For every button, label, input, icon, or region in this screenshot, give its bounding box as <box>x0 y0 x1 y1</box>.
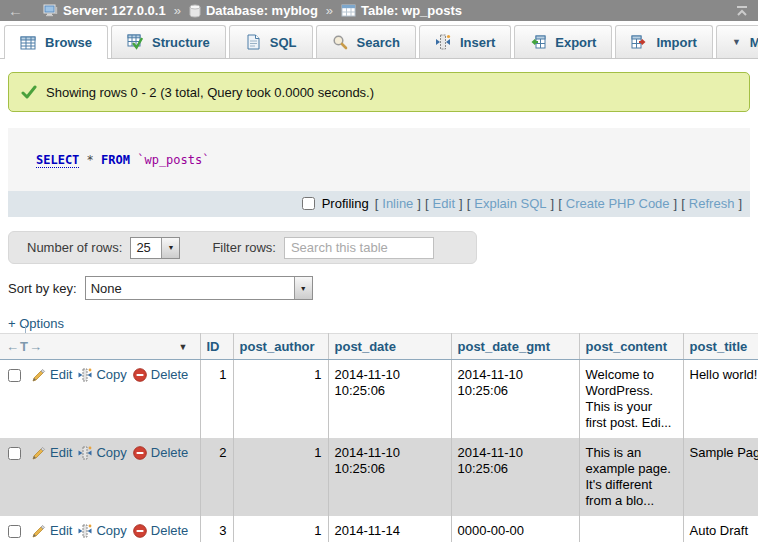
refresh-link[interactable]: Refresh <box>689 196 735 211</box>
cell-id[interactable]: 1 <box>200 360 233 439</box>
explain-sql-link[interactable]: Explain SQL <box>474 196 546 211</box>
cell-post-date[interactable]: 2014-11-10 10:25:06 <box>328 438 451 516</box>
bracket: ] <box>738 196 742 211</box>
cell-post-date[interactable]: 2014-11-10 10:25:06 <box>328 360 451 439</box>
cell-id[interactable]: 3 <box>200 516 233 542</box>
delete-link[interactable]: Delete <box>133 445 189 461</box>
tab-structure[interactable]: Structure <box>111 25 226 58</box>
edit-label: Edit <box>50 445 72 461</box>
row-actions-cell: Edit Copy Delete <box>0 438 200 516</box>
edit-link[interactable]: Edit <box>31 367 72 383</box>
row-select-checkbox[interactable] <box>8 447 21 460</box>
tab-bar: Browse Structure SQL Search Insert Expor… <box>0 21 758 59</box>
export-icon <box>530 34 546 50</box>
column-visibility-dropdown-icon[interactable]: ▼ <box>179 342 188 352</box>
edit-query-link[interactable]: Edit <box>433 196 455 211</box>
edit-link[interactable]: Edit <box>31 523 72 539</box>
bracket: [ <box>558 196 562 211</box>
results-grid: ←T→ ▼ ID post_author post_date post_date… <box>0 333 758 542</box>
breadcrumb-separator: » <box>174 3 181 18</box>
delete-link[interactable]: Delete <box>133 367 189 383</box>
number-of-rows-select[interactable]: 25 <box>131 238 179 258</box>
tab-label: Export <box>555 35 596 50</box>
cell-post-content[interactable]: Welcome to WordPress. This is your first… <box>579 360 683 439</box>
tab-sql[interactable]: SQL <box>229 25 313 58</box>
tee-icon[interactable]: T <box>20 339 29 354</box>
copy-link[interactable]: Copy <box>78 523 126 539</box>
column-header-actions: ←T→ ▼ <box>0 334 200 360</box>
bracket: [ <box>467 196 471 211</box>
back-icon[interactable]: ← <box>8 2 23 19</box>
options-toggle[interactable]: + Options <box>8 316 64 331</box>
right-arrow-icon[interactable]: → <box>29 339 43 354</box>
copy-label: Copy <box>96 445 126 461</box>
breadcrumb-table-label[interactable]: Table: wp_posts <box>361 3 462 18</box>
inline-link[interactable]: Inline <box>382 196 413 211</box>
breadcrumb: ← Server: 127.0.0.1 » Database: myblog »… <box>0 0 758 21</box>
create-php-code-link[interactable]: Create PHP Code <box>566 196 670 211</box>
cell-id[interactable]: 2 <box>200 438 233 516</box>
tab-export[interactable]: Export <box>514 25 612 58</box>
number-of-rows-select-wrap: 25 ▼ <box>130 237 180 259</box>
row-select-checkbox[interactable] <box>8 525 21 538</box>
sort-by-key-select[interactable]: None <box>86 277 312 299</box>
column-header-post-title[interactable]: post_title <box>683 334 758 360</box>
column-browse-widget[interactable]: ←T→ <box>6 339 43 354</box>
collapse-top-icon[interactable] <box>734 5 750 17</box>
profiling-label: Profiling <box>322 196 369 211</box>
row-actions-cell: Edit Copy Delete <box>0 516 200 542</box>
cell-post-title[interactable]: Auto Draft <box>683 516 758 542</box>
breadcrumb-database-label[interactable]: Database: myblog <box>206 3 318 18</box>
column-header-id[interactable]: ID <box>200 334 233 360</box>
left-arrow-icon[interactable]: ← <box>6 339 20 354</box>
result-message-text: Showing rows 0 - 2 (3 total, Query took … <box>46 85 374 100</box>
delete-icon <box>133 446 147 460</box>
cell-post-title[interactable]: Sample Page <box>683 438 758 516</box>
tab-more[interactable]: ▼ More <box>716 25 758 58</box>
browse-table-icon <box>20 35 36 51</box>
cell-post-author[interactable]: 1 <box>233 438 328 516</box>
copy-link[interactable]: Copy <box>78 445 126 461</box>
cell-post-date-gmt[interactable]: 2014-11-10 10:25:06 <box>451 360 579 439</box>
table-row: Edit Copy Delete 1 1 2014-11-10 10:25:06… <box>0 360 758 439</box>
tab-insert[interactable]: Insert <box>419 25 511 58</box>
breadcrumb-server-label[interactable]: Server: 127.0.0.1 <box>63 3 166 18</box>
cell-post-content[interactable]: This is an example page. It's different … <box>579 438 683 516</box>
tab-label: Import <box>656 35 696 50</box>
column-header-post-content[interactable]: post_content <box>579 334 683 360</box>
cell-post-date-gmt[interactable]: 2014-11-10 10:25:06 <box>451 438 579 516</box>
tab-browse[interactable]: Browse <box>4 25 108 59</box>
cell-post-date-gmt[interactable]: 0000-00-00 00:00:00 <box>451 516 579 542</box>
column-marker <box>25 325 26 333</box>
cell-post-title[interactable]: Hello world! <box>683 360 758 439</box>
tab-label: Browse <box>45 35 92 50</box>
breadcrumb-server-link[interactable]: Server: 127.0.0.1 <box>43 3 166 18</box>
breadcrumb-separator: » <box>326 3 333 18</box>
filter-rows-input[interactable] <box>284 237 434 259</box>
server-icon <box>43 4 58 17</box>
cell-post-content[interactable] <box>579 516 683 542</box>
breadcrumb-table-link[interactable]: Table: wp_posts <box>341 3 462 18</box>
profiling-checkbox[interactable] <box>302 197 315 210</box>
cell-post-author[interactable]: 1 <box>233 516 328 542</box>
tab-label: Search <box>357 35 400 50</box>
breadcrumb-database-link[interactable]: Database: myblog <box>189 3 318 18</box>
cell-post-date[interactable]: 2014-11-14 06:33:38 <box>328 516 451 542</box>
pencil-icon <box>31 524 46 539</box>
sort-by-key-row: Sort by key: None ▼ <box>8 276 758 300</box>
delete-link[interactable]: Delete <box>133 523 189 539</box>
row-select-checkbox[interactable] <box>8 369 21 382</box>
cell-post-author[interactable]: 1 <box>233 360 328 439</box>
column-header-post-author[interactable]: post_author <box>233 334 328 360</box>
column-header-post-date[interactable]: post_date <box>328 334 451 360</box>
column-header-post-date-gmt[interactable]: post_date_gmt <box>451 334 579 360</box>
table-icon <box>341 4 356 17</box>
copy-link[interactable]: Copy <box>78 367 126 383</box>
delete-label: Delete <box>151 523 189 539</box>
tab-label: Structure <box>152 35 210 50</box>
success-check-icon <box>21 85 37 99</box>
bracket: ] <box>551 196 555 211</box>
tab-import[interactable]: Import <box>615 25 712 58</box>
tab-search[interactable]: Search <box>316 25 416 58</box>
edit-link[interactable]: Edit <box>31 445 72 461</box>
